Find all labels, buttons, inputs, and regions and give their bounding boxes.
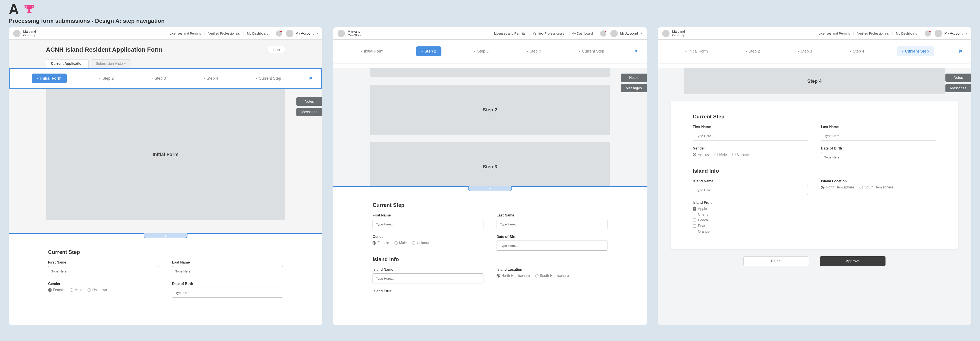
top-nav: MaryandOneStop Licenses and Permits Veri… bbox=[658, 27, 971, 40]
step-3[interactable]: ●Step 3 bbox=[792, 46, 817, 56]
nav-link-verified[interactable]: Verified Professionals bbox=[854, 32, 892, 35]
page-subtitle: Processing form submissions - Design A: … bbox=[9, 18, 971, 24]
radio-north-hemisphere[interactable]: North Hemisphere bbox=[496, 274, 530, 278]
splitter-handle-icon[interactable]: ▼ bbox=[468, 186, 512, 191]
checkbox-apple[interactable]: Apple bbox=[693, 207, 808, 211]
nav-link-dashboard[interactable]: My Dashboard bbox=[568, 32, 596, 35]
splitter[interactable]: ▲ bbox=[9, 233, 322, 238]
approve-button[interactable]: Approve bbox=[820, 256, 886, 266]
radio-female[interactable]: Female bbox=[372, 241, 389, 245]
top-nav: MaryandOneStop Licenses and Permits Veri… bbox=[9, 27, 322, 40]
step-4[interactable]: ●Step 4 bbox=[199, 73, 223, 83]
input-first-name[interactable] bbox=[693, 131, 808, 141]
splitter[interactable]: ▼ bbox=[333, 186, 647, 191]
step-nav-bar: ●Initial Form ●Step 2 ●Step 3 ●Step 4 ●C… bbox=[658, 40, 971, 63]
step-2[interactable]: ●Step 2 bbox=[94, 73, 119, 83]
notes-button[interactable]: Notes bbox=[621, 73, 647, 82]
step-2[interactable]: ●Step 2 bbox=[416, 46, 441, 56]
checkbox-peach[interactable]: Peach bbox=[693, 218, 808, 222]
tab-submission-history[interactable]: Submission History bbox=[91, 59, 131, 68]
label-island-name: Island Name bbox=[372, 268, 484, 272]
input-last-name[interactable] bbox=[496, 219, 608, 229]
input-last-name[interactable] bbox=[821, 131, 936, 141]
step-nav-bar: ●Initial Form ●Step 2 ●Step 3 ●Step 4 ●C… bbox=[9, 68, 322, 89]
notification-bell-icon[interactable] bbox=[276, 30, 282, 37]
label-gender: Gender bbox=[372, 235, 484, 239]
user-avatar bbox=[935, 30, 942, 37]
step-current[interactable]: ●Current Step bbox=[574, 46, 609, 56]
current-step-card: Current Step First Name Last Name bbox=[671, 101, 958, 249]
input-island-name[interactable] bbox=[693, 185, 808, 195]
radio-male[interactable]: Male bbox=[714, 153, 727, 156]
radio-female[interactable]: Female bbox=[48, 288, 65, 292]
step-initial-form[interactable]: ●Initial Form bbox=[32, 73, 67, 83]
step-3[interactable]: ●Step 3 bbox=[469, 46, 494, 56]
step-initial-form[interactable]: ●Initial Form bbox=[680, 46, 713, 56]
checkbox-cherry[interactable]: Cherry bbox=[693, 212, 808, 217]
nav-link-licenses[interactable]: Licenses and Permits bbox=[166, 32, 205, 35]
flag-icon[interactable]: ⚑ bbox=[959, 49, 963, 54]
radio-unknown[interactable]: Unknown bbox=[732, 153, 752, 156]
step-current[interactable]: ●Current Step bbox=[897, 46, 934, 56]
label-first-name: First Name bbox=[372, 214, 484, 217]
mockup-panel-a: MaryandOneStop Licenses and Permits Veri… bbox=[9, 27, 322, 325]
label-gender: Gender bbox=[48, 282, 159, 286]
brand-label: MaryandOneStop bbox=[348, 30, 361, 37]
input-first-name[interactable] bbox=[48, 266, 159, 276]
chevron-down-icon: ▾ bbox=[966, 32, 967, 35]
reject-button[interactable]: Reject bbox=[743, 256, 809, 266]
input-last-name[interactable] bbox=[172, 266, 283, 276]
radio-male[interactable]: Male bbox=[395, 241, 407, 245]
step-2[interactable]: ●Step 2 bbox=[740, 46, 765, 56]
nav-link-dashboard[interactable]: My Dashboard bbox=[892, 32, 921, 35]
editable-form: Current Step First Name Last Name bbox=[9, 238, 322, 312]
account-menu[interactable]: My Account▾ bbox=[610, 30, 643, 37]
checkbox-pear[interactable]: Pear bbox=[693, 224, 808, 228]
nav-link-verified[interactable]: Verified Professionals bbox=[205, 32, 243, 35]
print-button[interactable]: Print bbox=[268, 46, 285, 53]
checkbox-orange[interactable]: Orange bbox=[693, 229, 808, 234]
section-step-3: Step 3 bbox=[370, 142, 609, 186]
radio-unknown[interactable]: Unknown bbox=[88, 288, 107, 292]
notes-button[interactable]: Notes bbox=[296, 97, 322, 106]
notification-bell-icon[interactable] bbox=[925, 30, 931, 37]
label-dob: Date of Birth bbox=[496, 235, 608, 239]
messages-button[interactable]: Messages bbox=[296, 108, 322, 116]
splitter-handle-icon[interactable]: ▲ bbox=[144, 233, 188, 238]
input-dob[interactable] bbox=[496, 241, 608, 250]
flag-icon[interactable]: ⚑ bbox=[309, 76, 313, 81]
radio-male[interactable]: Male bbox=[70, 288, 82, 292]
messages-button[interactable]: Messages bbox=[621, 84, 647, 92]
nav-link-verified[interactable]: Verified Professionals bbox=[529, 32, 568, 35]
label-island-fruit: Island Fruit bbox=[372, 289, 607, 293]
account-menu[interactable]: My Account ▾ bbox=[286, 30, 318, 37]
nav-link-dashboard[interactable]: My Dashboard bbox=[243, 32, 272, 35]
input-dob[interactable] bbox=[821, 152, 936, 162]
input-first-name[interactable] bbox=[372, 219, 484, 229]
notes-button[interactable]: Notes bbox=[945, 73, 971, 82]
messages-button[interactable]: Messages bbox=[945, 84, 971, 92]
label-dob: Date of Birth bbox=[821, 147, 936, 150]
step-4[interactable]: ●Step 4 bbox=[845, 46, 870, 56]
radio-unknown[interactable]: Unknown bbox=[412, 241, 431, 245]
radio-south-hemisphere[interactable]: South Hemisphere bbox=[859, 185, 893, 189]
nav-links: Licenses and Permits Verified Profession… bbox=[166, 32, 272, 35]
notification-bell-icon[interactable] bbox=[600, 30, 606, 37]
radio-north-hemisphere[interactable]: North Hemisphere bbox=[821, 185, 854, 189]
account-menu[interactable]: My Account▾ bbox=[935, 30, 967, 37]
mockup-panel-b: MaryandOneStop Licenses and Permits Veri… bbox=[333, 27, 647, 325]
step-4[interactable]: ●Step 4 bbox=[521, 46, 546, 56]
radio-south-hemisphere[interactable]: South Hemisphere bbox=[535, 274, 569, 278]
step-current[interactable]: ●Current Step bbox=[250, 73, 286, 83]
nav-link-licenses[interactable]: Licenses and Permits bbox=[491, 32, 529, 35]
step-3[interactable]: ●Step 3 bbox=[146, 73, 171, 83]
nav-link-licenses[interactable]: Licenses and Permits bbox=[815, 32, 854, 35]
input-island-name[interactable] bbox=[372, 273, 484, 284]
tab-current-application[interactable]: Current Application bbox=[46, 59, 89, 68]
input-dob[interactable] bbox=[172, 288, 283, 298]
label-island-fruit: Island Fruit bbox=[693, 201, 808, 205]
step-initial-form[interactable]: ●Initial Form bbox=[356, 46, 389, 56]
radio-female[interactable]: Female bbox=[693, 153, 709, 156]
label-last-name: Last Name bbox=[496, 214, 608, 217]
flag-icon[interactable]: ⚑ bbox=[634, 49, 638, 54]
